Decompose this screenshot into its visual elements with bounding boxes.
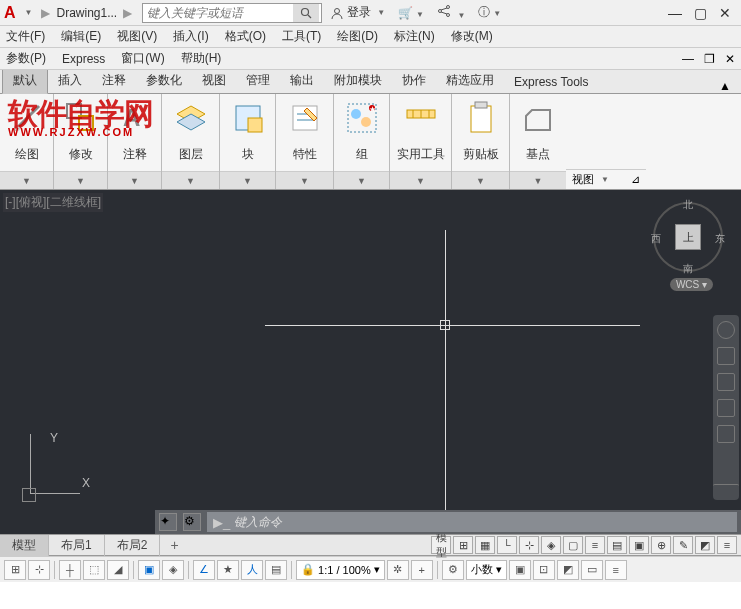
- sb-ducs[interactable]: ★: [217, 560, 239, 580]
- osnap-toggle[interactable]: ▢: [563, 536, 583, 554]
- panel-annotate[interactable]: A 注释 ▼: [108, 94, 162, 189]
- iso-toggle[interactable]: ◈: [541, 536, 561, 554]
- sb-units[interactable]: 小数 ▾: [466, 560, 507, 580]
- sb-perf[interactable]: ⊡: [533, 560, 555, 580]
- zoom-icon[interactable]: [717, 373, 735, 391]
- viewcube-top[interactable]: 上: [675, 224, 701, 250]
- search-box[interactable]: [142, 3, 322, 23]
- nav-wheel-icon[interactable]: [717, 321, 735, 339]
- sb-infer[interactable]: ⊹: [28, 560, 50, 580]
- doc-restore-button[interactable]: ❐: [704, 52, 715, 66]
- qat-dropdown-icon[interactable]: ▼: [25, 8, 33, 17]
- viewport-label[interactable]: [-][俯视][二维线框]: [3, 193, 103, 212]
- panel-modify[interactable]: 修改 ▼: [54, 94, 108, 189]
- wcs-badge[interactable]: WCS ▾: [670, 278, 713, 291]
- sb-3dosnap[interactable]: ◈: [162, 560, 184, 580]
- ortho-toggle[interactable]: └: [497, 536, 517, 554]
- sb-ws[interactable]: ⚙: [442, 560, 464, 580]
- sb-dyninput[interactable]: ┼: [59, 560, 81, 580]
- menu-insert[interactable]: 插入(I): [173, 28, 208, 45]
- menu-tools[interactable]: 工具(T): [282, 28, 321, 45]
- showmotion-icon[interactable]: [717, 425, 735, 443]
- view-cube[interactable]: 北 南 东 西 上: [653, 202, 723, 272]
- close-button[interactable]: ✕: [719, 5, 731, 21]
- cart-icon[interactable]: 🛒▼: [398, 6, 427, 20]
- tab-layout1[interactable]: 布局1: [49, 535, 105, 556]
- panel-basepoint[interactable]: 基点 ▼: [510, 94, 566, 189]
- transparency-toggle[interactable]: ▤: [607, 536, 627, 554]
- sb-iso2[interactable]: ◩: [557, 560, 579, 580]
- sb-tpy[interactable]: ▤: [265, 560, 287, 580]
- panel-draw[interactable]: 绘图 ▼: [0, 94, 54, 189]
- share-icon[interactable]: ▼: [437, 4, 468, 21]
- ribbon-tab-parametric[interactable]: 参数化: [136, 68, 192, 93]
- add-layout-button[interactable]: +: [160, 535, 188, 555]
- panel-block[interactable]: 块 ▼: [220, 94, 276, 189]
- cmd-history-icon[interactable]: ✦: [159, 513, 177, 531]
- tab-layout2[interactable]: 布局2: [105, 535, 161, 556]
- app-icon[interactable]: A: [4, 4, 16, 22]
- search-button[interactable]: [293, 4, 319, 22]
- dwgunits-toggle[interactable]: ◩: [695, 536, 715, 554]
- menu-format[interactable]: 格式(O): [225, 28, 266, 45]
- sb-coords[interactable]: ⊞: [4, 560, 26, 580]
- command-line[interactable]: ✦ ⚙ ▶_ 键入命令: [155, 510, 741, 534]
- command-input[interactable]: ▶_ 键入命令: [207, 512, 737, 532]
- menu-help[interactable]: 帮助(H): [181, 50, 222, 67]
- sb-lwt[interactable]: 人: [241, 560, 263, 580]
- panel-group[interactable]: ★ 组 ▼: [334, 94, 390, 189]
- menu-draw[interactable]: 绘图(D): [337, 28, 378, 45]
- polar-toggle[interactable]: ⊹: [519, 536, 539, 554]
- ribbon-collapse-button[interactable]: ▲: [711, 79, 739, 93]
- view-dropdown[interactable]: 视图▼⊿: [566, 169, 646, 189]
- ribbon-tab-addins[interactable]: 附加模块: [324, 68, 392, 93]
- grid-toggle[interactable]: ⊞: [453, 536, 473, 554]
- menu-window[interactable]: 窗口(W): [121, 50, 164, 67]
- orbit-icon[interactable]: [717, 399, 735, 417]
- minimize-button[interactable]: —: [668, 5, 682, 21]
- menu-express[interactable]: Express: [62, 52, 105, 66]
- ribbon-tab-view[interactable]: 视图: [192, 68, 236, 93]
- sb-otrack[interactable]: ∠: [193, 560, 215, 580]
- sb-scale[interactable]: 🔒 1:1 / 100% ▾: [296, 560, 385, 580]
- customize-status[interactable]: ≡: [717, 536, 737, 554]
- pan-icon[interactable]: [717, 347, 735, 365]
- menu-parametric[interactable]: 参数(P): [6, 50, 46, 67]
- ribbon-tab-manage[interactable]: 管理: [236, 68, 280, 93]
- ribbon-tab-collab[interactable]: 协作: [392, 68, 436, 93]
- sb-ortho[interactable]: ⬚: [83, 560, 105, 580]
- sb-menu[interactable]: ≡: [605, 560, 627, 580]
- help-icon[interactable]: ⓘ▼: [478, 4, 504, 21]
- panel-layer[interactable]: 图层 ▼: [162, 94, 220, 189]
- ribbon-tab-featured[interactable]: 精选应用: [436, 68, 504, 93]
- login-button[interactable]: 登录 ▼: [330, 4, 388, 21]
- search-input[interactable]: [143, 6, 293, 20]
- tab-model[interactable]: 模型: [0, 535, 49, 556]
- lineweight-toggle[interactable]: ≡: [585, 536, 605, 554]
- ribbon-tab-annotate[interactable]: 注释: [92, 68, 136, 93]
- sb-plus[interactable]: +: [411, 560, 433, 580]
- doc-close-button[interactable]: ✕: [725, 52, 735, 66]
- sb-clean[interactable]: ▭: [581, 560, 603, 580]
- menu-edit[interactable]: 编辑(E): [61, 28, 101, 45]
- cmd-settings-icon[interactable]: ⚙: [183, 513, 201, 531]
- ribbon-tab-output[interactable]: 输出: [280, 68, 324, 93]
- qp-toggle[interactable]: ✎: [673, 536, 693, 554]
- ribbon-tab-default[interactable]: 默认: [2, 67, 48, 94]
- menu-modify[interactable]: 修改(M): [451, 28, 493, 45]
- annomonitor-toggle[interactable]: ⊕: [651, 536, 671, 554]
- panel-properties[interactable]: 特性 ▼: [276, 94, 334, 189]
- sb-polar[interactable]: ◢: [107, 560, 129, 580]
- sb-gear[interactable]: ✲: [387, 560, 409, 580]
- snap-toggle[interactable]: ▦: [475, 536, 495, 554]
- panel-expand-icon[interactable]: ▼: [0, 171, 53, 189]
- menu-file[interactable]: 文件(F): [6, 28, 45, 45]
- sb-qv[interactable]: ▣: [509, 560, 531, 580]
- nav-settings-icon[interactable]: [713, 484, 739, 494]
- drawing-canvas[interactable]: [-][俯视][二维线框] Y X 北 南 东 西 上 WCS ▾: [0, 190, 741, 510]
- doc-minimize-button[interactable]: —: [682, 52, 694, 66]
- panel-utilities[interactable]: 实用工具 ▼: [390, 94, 452, 189]
- cycling-toggle[interactable]: ▣: [629, 536, 649, 554]
- maximize-button[interactable]: ▢: [694, 5, 707, 21]
- menu-dimension[interactable]: 标注(N): [394, 28, 435, 45]
